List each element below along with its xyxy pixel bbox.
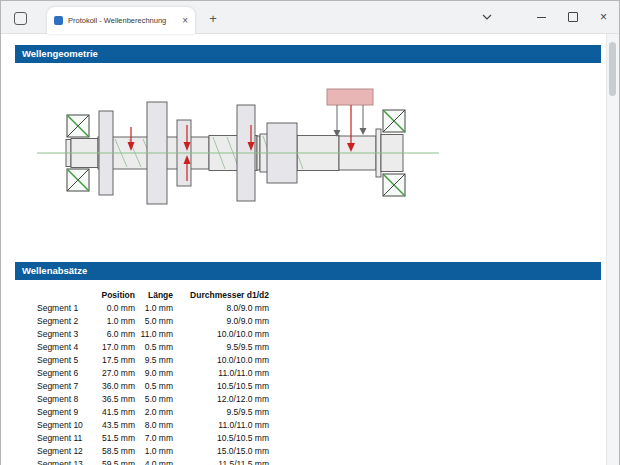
table-row: Segment 836.5 mm5.0 mm12.0/12.0 mm xyxy=(37,393,269,406)
cell-diameter: 9.5/9.5 mm xyxy=(173,406,269,419)
cell-name: Segment 13 xyxy=(37,458,93,465)
cell-length: 0.5 mm xyxy=(135,380,173,393)
cell-position: 43.5 mm xyxy=(93,419,135,432)
cell-position: 41.5 mm xyxy=(93,406,135,419)
cell-diameter: 9.5/9.5 mm xyxy=(173,341,269,354)
minimize-icon xyxy=(537,17,546,18)
cell-name: Segment 6 xyxy=(37,367,93,380)
cell-position: 36.5 mm xyxy=(93,393,135,406)
cell-length: 5.0 mm xyxy=(135,393,173,406)
cell-diameter: 11.0/11.0 mm xyxy=(173,419,269,432)
minimize-button[interactable] xyxy=(526,2,557,32)
browser-window: Protokoll - Wellenberechnung × + × Welle… xyxy=(0,0,620,465)
cell-diameter: 9.0/9.0 mm xyxy=(173,315,269,328)
chevron-down-icon xyxy=(482,14,492,20)
table-row: Segment 1359.5 mm4.0 mm11.5/11.5 mm xyxy=(37,458,269,465)
shaft-diagram xyxy=(11,73,571,237)
cell-name: Segment 3 xyxy=(37,328,93,341)
table-row: Segment 736.0 mm0.5 mm10.5/10.5 mm xyxy=(37,380,269,393)
cell-position: 51.5 mm xyxy=(93,432,135,445)
header-empty xyxy=(37,289,93,302)
browser-tab[interactable]: Protokoll - Wellenberechnung × xyxy=(47,7,195,34)
cell-length: 5.0 mm xyxy=(135,315,173,328)
titlebar: Protokoll - Wellenberechnung × + × xyxy=(1,1,619,34)
cell-position: 58.5 mm xyxy=(93,445,135,458)
table-header-row: Position Länge Durchmesser d1/d2 xyxy=(37,289,269,302)
segments-table: Position Länge Durchmesser d1/d2 Segment… xyxy=(37,289,269,465)
cell-length: 9.0 mm xyxy=(135,367,173,380)
cell-position: 6.0 mm xyxy=(93,328,135,341)
maximize-button[interactable] xyxy=(557,2,588,32)
cell-name: Segment 9 xyxy=(37,406,93,419)
cell-length: 1.0 mm xyxy=(135,445,173,458)
new-tab-button[interactable]: + xyxy=(204,9,222,27)
table-row: Segment 941.5 mm2.0 mm9.5/9.5 mm xyxy=(37,406,269,419)
window-controls: × xyxy=(471,1,619,33)
header-diameter: Durchmesser d1/d2 xyxy=(173,289,269,302)
close-button[interactable]: × xyxy=(588,2,619,32)
cell-position: 59.5 mm xyxy=(93,458,135,465)
cell-length: 8.0 mm xyxy=(135,419,173,432)
cell-diameter: 12.0/12.0 mm xyxy=(173,393,269,406)
page-content: Wellengeometrie xyxy=(1,34,619,465)
cell-diameter: 15.0/15.0 mm xyxy=(173,445,269,458)
cell-length: 0.5 mm xyxy=(135,341,173,354)
cell-name: Segment 12 xyxy=(37,445,93,458)
table-row: Segment 21.0 mm5.0 mm9.0/9.0 mm xyxy=(37,315,269,328)
square-icon xyxy=(14,12,27,25)
cell-name: Segment 4 xyxy=(37,341,93,354)
cell-name: Segment 5 xyxy=(37,354,93,367)
cell-length: 11.0 mm xyxy=(135,328,173,341)
cell-length: 7.0 mm xyxy=(135,432,173,445)
section-header-geometry: Wellengeometrie xyxy=(15,45,601,63)
cell-name: Segment 2 xyxy=(37,315,93,328)
cell-name: Segment 1 xyxy=(37,302,93,315)
cell-diameter: 10.0/10.0 mm xyxy=(173,328,269,341)
cell-name: Segment 10 xyxy=(37,419,93,432)
cell-position: 17.5 mm xyxy=(93,354,135,367)
segments-table-body: Segment 10.0 mm1.0 mm8.0/9.0 mmSegment 2… xyxy=(37,302,269,465)
shaft-diagram-area xyxy=(11,73,619,237)
table-row: Segment 36.0 mm11.0 mm10.0/10.0 mm xyxy=(37,328,269,341)
cell-position: 27.0 mm xyxy=(93,367,135,380)
cell-name: Segment 11 xyxy=(37,432,93,445)
cell-diameter: 10.0/10.0 mm xyxy=(173,354,269,367)
cell-position: 0.0 mm xyxy=(93,302,135,315)
tab-title: Protokoll - Wellenberechnung xyxy=(68,16,177,25)
table-row: Segment 1151.5 mm7.0 mm10.5/10.5 mm xyxy=(37,432,269,445)
tab-favicon-icon xyxy=(54,16,63,25)
tab-close-icon[interactable]: × xyxy=(182,16,188,26)
vertical-scrollbar[interactable] xyxy=(606,34,619,465)
table-row: Segment 417.0 mm0.5 mm9.5/9.5 mm xyxy=(37,341,269,354)
table-row: Segment 1043.5 mm8.0 mm11.0/11.0 mm xyxy=(37,419,269,432)
tab-menu-button[interactable] xyxy=(471,2,502,32)
header-position: Position xyxy=(93,289,135,302)
maximize-icon xyxy=(568,12,578,22)
cell-diameter: 10.5/10.5 mm xyxy=(173,432,269,445)
cell-diameter: 10.5/10.5 mm xyxy=(173,380,269,393)
header-length: Länge xyxy=(135,289,173,302)
table-row: Segment 10.0 mm1.0 mm8.0/9.0 mm xyxy=(37,302,269,315)
table-row: Segment 627.0 mm9.0 mm11.0/11.0 mm xyxy=(37,367,269,380)
cell-diameter: 11.0/11.0 mm xyxy=(173,367,269,380)
section-header-segments: Wellenabsätze xyxy=(15,262,601,280)
close-icon: × xyxy=(600,11,607,23)
cell-position: 36.0 mm xyxy=(93,380,135,393)
cell-length: 2.0 mm xyxy=(135,406,173,419)
cell-position: 17.0 mm xyxy=(93,341,135,354)
cell-name: Segment 8 xyxy=(37,393,93,406)
cell-diameter: 8.0/9.0 mm xyxy=(173,302,269,315)
cell-name: Segment 7 xyxy=(37,380,93,393)
table-row: Segment 517.5 mm9.5 mm10.0/10.0 mm xyxy=(37,354,269,367)
table-row: Segment 1258.5 mm1.0 mm15.0/15.0 mm xyxy=(37,445,269,458)
cell-length: 1.0 mm xyxy=(135,302,173,315)
cell-diameter: 11.5/11.5 mm xyxy=(173,458,269,465)
cell-length: 9.5 mm xyxy=(135,354,173,367)
scrollbar-thumb[interactable] xyxy=(609,42,616,96)
workspace-button[interactable] xyxy=(9,7,31,29)
cell-position: 1.0 mm xyxy=(93,315,135,328)
cell-length: 4.0 mm xyxy=(135,458,173,465)
